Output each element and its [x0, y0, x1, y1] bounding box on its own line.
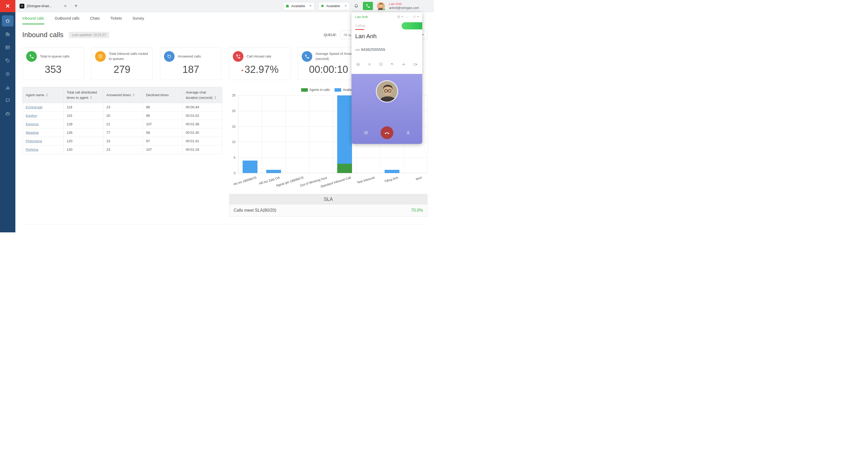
call-widget: Lan Anh Calling... Lan Anh via8436255555…: [351, 12, 422, 144]
table-cell: 58: [143, 128, 183, 137]
video-icon[interactable]: [413, 62, 418, 67]
sort-icon: [90, 96, 92, 99]
record-icon[interactable]: [356, 62, 361, 67]
table-cell: 23: [103, 137, 143, 146]
via-line: via84362555555: [355, 47, 385, 52]
pause-icon[interactable]: [367, 62, 372, 67]
table-header-row: Agent name Total call distributed times …: [23, 87, 222, 103]
content-bottom-divider: [22, 224, 428, 224]
gear-icon[interactable]: [412, 15, 419, 19]
bell-icon[interactable]: [353, 3, 359, 9]
sidebar-item-campaigns[interactable]: [2, 68, 13, 80]
legend-swatch: [335, 88, 341, 92]
user-avatar[interactable]: [377, 2, 385, 10]
agent-link[interactable]: Kerenza: [26, 122, 38, 126]
sidebar-item-contacts[interactable]: [2, 42, 13, 53]
stat-label: Total in-queue calls: [40, 54, 69, 59]
agent-name-cell: Philomena: [23, 137, 64, 146]
column-label: Declined times: [146, 93, 168, 97]
agent-name-cell: Kaytlyn: [23, 112, 64, 120]
browser-tab[interactable]: ✕ [Stringee-khait... ✕: [20, 4, 67, 8]
column-label: Agent name: [26, 93, 44, 97]
sidebar-item-home[interactable]: [2, 16, 13, 27]
call-widget-header: Lan Anh: [355, 15, 419, 19]
sort-icon: [214, 96, 216, 99]
contact-icon[interactable]: [405, 130, 411, 135]
agent-status-value: Available: [326, 4, 340, 8]
table-cell: 77: [103, 128, 143, 137]
sort-icon: [133, 94, 134, 96]
user-name: Lan Anh: [389, 2, 419, 6]
status-square-icon: [286, 5, 289, 7]
browser-topbar: ✕ ✕ [Stringee-khait... ✕ + Available Ava…: [0, 0, 434, 12]
table-row: Philomena120239700:01:41: [23, 137, 222, 146]
column-distributed[interactable]: Total call distributed times to agent: [63, 87, 103, 103]
stringee-logo: ✕: [0, 0, 16, 12]
stat-value: 00:00:10: [302, 64, 355, 75]
agent-link[interactable]: Meadow: [26, 131, 39, 134]
agent-link[interactable]: Rishima: [26, 148, 38, 152]
column-answered[interactable]: Answered times: [103, 87, 143, 103]
column-label: Total call distributed times to agent: [67, 90, 97, 100]
sidebar-item-services[interactable]: [2, 108, 13, 119]
legend-swatch: [301, 88, 308, 92]
callee-avatar: [376, 80, 398, 102]
agent-name-cell: Rishima: [23, 146, 64, 154]
agent-link[interactable]: Kaytlyn: [26, 114, 37, 118]
agent-table-body: Ermintrude119239600:00:44Kaytlyn11520950…: [23, 103, 222, 154]
tab-survey[interactable]: Survey: [132, 12, 144, 24]
agent-link[interactable]: Ermintrude: [26, 105, 43, 109]
queue-list-icon[interactable]: [363, 130, 368, 135]
y-axis-tick: 25: [232, 94, 236, 97]
dialpad-icon[interactable]: [378, 62, 383, 67]
queue-label: QUEUE:: [324, 33, 337, 37]
add-call-icon[interactable]: [401, 62, 406, 67]
table-cell: 23: [103, 146, 143, 154]
answer-slider-pill[interactable]: [402, 22, 422, 29]
phone-in-queue-icon: [26, 51, 37, 62]
table-cell: 107: [143, 120, 183, 128]
table-cell: 107: [143, 146, 183, 154]
legend-agents-in-calls[interactable]: Agents in calls: [301, 88, 330, 92]
calling-tab-label: Calling...: [355, 24, 368, 28]
stat-card-in-queue: Total in-queue calls 353: [22, 47, 84, 80]
sidebar-item-tags[interactable]: [2, 55, 13, 66]
column-agent-name[interactable]: Agent name: [23, 87, 64, 103]
bar-segment-available-agents: [243, 161, 257, 173]
agent-status-select[interactable]: Available: [318, 2, 350, 10]
topbar-right: Available Available: [283, 2, 434, 10]
sidebar-item-chats[interactable]: [2, 95, 13, 106]
agent-name-cell: Meadow: [23, 128, 64, 137]
trend-up-icon: ▲: [241, 68, 244, 72]
tab-outbound-calls[interactable]: Outbound calls: [55, 12, 80, 24]
forward-icon[interactable]: [390, 62, 395, 67]
tab-tickets[interactable]: Tickets: [111, 12, 122, 24]
sidebar-item-reports[interactable]: [2, 82, 13, 93]
device-status-select[interactable]: Available: [283, 2, 314, 10]
table-row: Meadow135775800:01:30: [23, 128, 222, 137]
callee-name: Lan Anh: [355, 33, 377, 40]
table-row: Ermintrude119239600:00:44: [23, 103, 222, 112]
table-cell: 00:01:02: [183, 112, 222, 120]
tab-close-icon[interactable]: ✕: [64, 4, 67, 8]
tab-chats[interactable]: Chats: [90, 12, 100, 24]
new-tab-button[interactable]: +: [72, 3, 80, 9]
phone-call-button[interactable]: [363, 2, 373, 10]
column-avg-duration[interactable]: Average chat duration (second): [183, 87, 222, 103]
stat-label: Total inbound calls routed to queues: [109, 52, 149, 61]
y-axis-tick: 5: [234, 156, 236, 159]
sort-icon: [46, 94, 48, 96]
sidebar-item-company[interactable]: [2, 29, 13, 40]
minimize-icon[interactable]: [406, 15, 410, 19]
phone-speed-icon: [302, 51, 312, 62]
video-call-area: [351, 74, 422, 144]
x-axis-label: Ho tro 18006670: [233, 176, 257, 186]
sla-row: Calls meet SLA(80/20) 70.0%: [229, 205, 427, 216]
hang-up-button[interactable]: [381, 126, 393, 139]
agent-link[interactable]: Philomena: [26, 139, 42, 143]
table-cell: 135: [63, 128, 103, 137]
calling-tab[interactable]: Calling...: [355, 24, 368, 30]
tab-inbound-calls[interactable]: Inbound calls: [22, 12, 44, 24]
globe-icon[interactable]: [397, 15, 403, 19]
table-cell: 97: [143, 137, 183, 146]
